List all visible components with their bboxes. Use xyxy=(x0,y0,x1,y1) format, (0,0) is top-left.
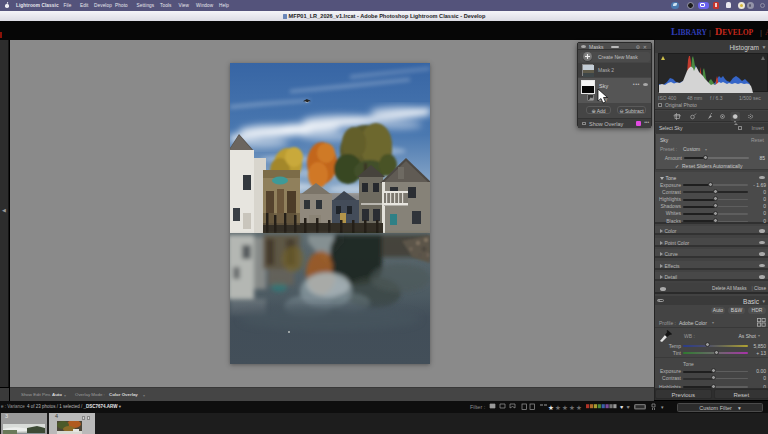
svg-text:★: ★ xyxy=(555,404,561,411)
svg-text:♥: ♥ xyxy=(627,404,630,410)
svg-text:★: ★ xyxy=(576,404,582,411)
svg-text:★: ★ xyxy=(562,404,568,411)
svg-text:★: ★ xyxy=(569,404,575,411)
svg-text:♥: ♥ xyxy=(620,404,623,410)
svg-text:★: ★ xyxy=(548,404,554,411)
